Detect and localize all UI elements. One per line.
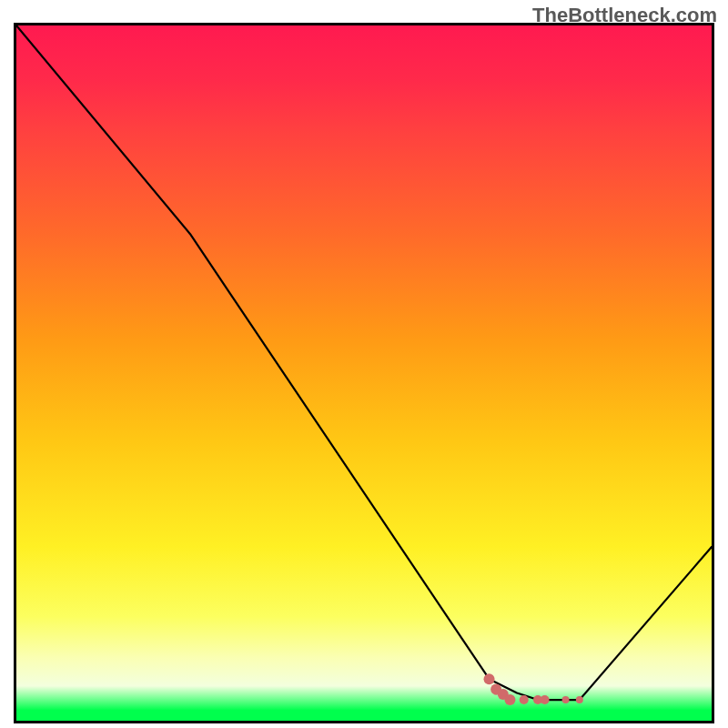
chart-container: TheBottleneck.com bbox=[0, 0, 728, 728]
marker-point bbox=[541, 695, 550, 704]
marker-point bbox=[484, 673, 495, 684]
plot-area bbox=[14, 23, 714, 723]
marker-point bbox=[576, 696, 583, 703]
marker-point bbox=[520, 695, 529, 704]
marker-point bbox=[562, 696, 570, 703]
bottleneck-curve-line bbox=[16, 25, 712, 700]
chart-svg bbox=[16, 25, 712, 721]
watermark-text: TheBottleneck.com bbox=[532, 4, 717, 27]
highlight-markers bbox=[484, 673, 583, 705]
marker-point bbox=[504, 694, 515, 705]
